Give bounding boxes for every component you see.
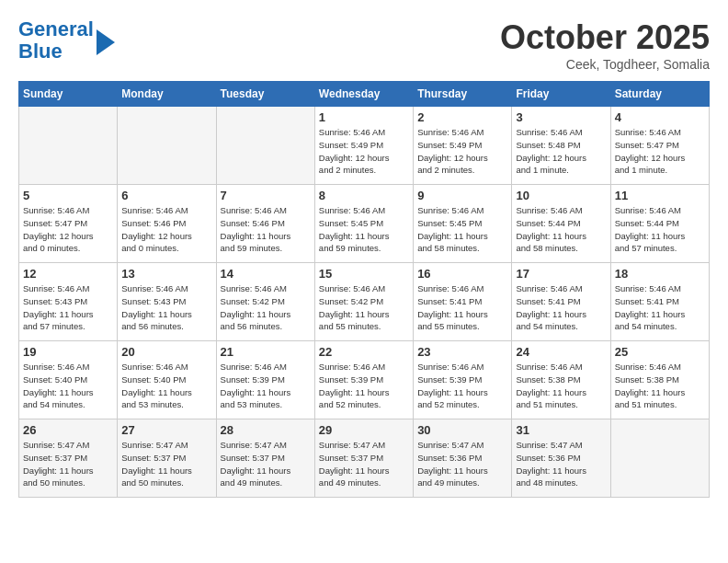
day-number: 26	[23, 423, 113, 437]
day-number: 19	[23, 345, 113, 359]
day-number: 27	[121, 423, 211, 437]
day-number: 8	[319, 189, 409, 202]
day-number: 4	[615, 110, 705, 124]
day-number: 28	[221, 423, 311, 437]
calendar-day-cell: 29Sunrise: 5:47 AMSunset: 5:37 PMDayligh…	[314, 419, 413, 498]
day-number: 2	[417, 110, 507, 124]
logo-blue: Blue	[18, 40, 94, 63]
day-number: 10	[516, 189, 606, 202]
logo-general: General	[18, 17, 94, 40]
day-info: Sunrise: 5:46 AMSunset: 5:47 PMDaylight:…	[615, 126, 705, 177]
calendar-day-cell: 20Sunrise: 5:46 AMSunset: 5:40 PMDayligh…	[118, 341, 216, 419]
day-number: 25	[615, 345, 705, 359]
day-number: 3	[516, 110, 606, 124]
calendar-day-cell: 6Sunrise: 5:46 AMSunset: 5:46 PMDaylight…	[118, 185, 216, 263]
day-number: 31	[516, 423, 606, 437]
day-number: 14	[221, 267, 311, 281]
calendar-day-cell: 26Sunrise: 5:47 AMSunset: 5:37 PMDayligh…	[19, 419, 118, 498]
day-number: 18	[615, 267, 705, 281]
page-header: General Blue October 2025 Ceek, Togdheer…	[18, 18, 710, 72]
day-info: Sunrise: 5:46 AMSunset: 5:43 PMDaylight:…	[121, 282, 211, 333]
day-info: Sunrise: 5:46 AMSunset: 5:38 PMDaylight:…	[615, 361, 705, 411]
weekday-header: Monday	[118, 82, 216, 107]
day-number: 17	[516, 267, 606, 281]
day-number: 6	[121, 189, 211, 202]
day-info: Sunrise: 5:46 AMSunset: 5:44 PMDaylight:…	[615, 204, 705, 255]
day-number: 11	[615, 189, 705, 202]
day-info: Sunrise: 5:46 AMSunset: 5:41 PMDaylight:…	[516, 282, 606, 333]
calendar-day-cell	[118, 107, 216, 185]
calendar-week-row: 5Sunrise: 5:46 AMSunset: 5:47 PMDaylight…	[19, 185, 710, 263]
day-number: 9	[417, 189, 507, 202]
day-info: Sunrise: 5:46 AMSunset: 5:40 PMDaylight:…	[23, 361, 113, 411]
calendar-day-cell: 1Sunrise: 5:46 AMSunset: 5:49 PMDaylight…	[314, 107, 413, 185]
day-info: Sunrise: 5:47 AMSunset: 5:37 PMDaylight:…	[121, 439, 211, 489]
calendar-day-cell: 16Sunrise: 5:46 AMSunset: 5:41 PMDayligh…	[414, 263, 512, 341]
calendar-day-cell: 18Sunrise: 5:46 AMSunset: 5:41 PMDayligh…	[610, 263, 709, 341]
day-number: 12	[23, 267, 113, 281]
calendar-day-cell: 17Sunrise: 5:46 AMSunset: 5:41 PMDayligh…	[512, 263, 610, 341]
day-number: 13	[121, 267, 211, 281]
calendar-week-row: 1Sunrise: 5:46 AMSunset: 5:49 PMDaylight…	[19, 107, 710, 185]
calendar-day-cell: 3Sunrise: 5:46 AMSunset: 5:48 PMDaylight…	[512, 107, 610, 185]
calendar-week-row: 12Sunrise: 5:46 AMSunset: 5:43 PMDayligh…	[19, 263, 710, 341]
day-number: 16	[417, 267, 507, 281]
day-number: 7	[221, 189, 311, 202]
logo: General Blue	[18, 18, 115, 63]
day-info: Sunrise: 5:46 AMSunset: 5:42 PMDaylight:…	[319, 282, 409, 333]
day-info: Sunrise: 5:46 AMSunset: 5:46 PMDaylight:…	[121, 204, 211, 255]
day-info: Sunrise: 5:46 AMSunset: 5:46 PMDaylight:…	[221, 204, 311, 255]
weekday-header: Wednesday	[314, 82, 413, 107]
day-info: Sunrise: 5:47 AMSunset: 5:37 PMDaylight:…	[319, 439, 409, 489]
weekday-header: Friday	[512, 82, 610, 107]
day-info: Sunrise: 5:46 AMSunset: 5:47 PMDaylight:…	[23, 204, 113, 255]
calendar-day-cell: 23Sunrise: 5:46 AMSunset: 5:39 PMDayligh…	[414, 341, 512, 419]
day-info: Sunrise: 5:47 AMSunset: 5:36 PMDaylight:…	[516, 439, 606, 489]
weekday-header: Thursday	[414, 82, 512, 107]
calendar-day-cell: 14Sunrise: 5:46 AMSunset: 5:42 PMDayligh…	[216, 263, 314, 341]
day-info: Sunrise: 5:46 AMSunset: 5:44 PMDaylight:…	[516, 204, 606, 255]
calendar-day-cell: 11Sunrise: 5:46 AMSunset: 5:44 PMDayligh…	[610, 185, 709, 263]
calendar-day-cell: 12Sunrise: 5:46 AMSunset: 5:43 PMDayligh…	[19, 263, 118, 341]
day-info: Sunrise: 5:46 AMSunset: 5:43 PMDaylight:…	[23, 282, 113, 333]
day-info: Sunrise: 5:46 AMSunset: 5:49 PMDaylight:…	[417, 126, 507, 177]
calendar-day-cell: 31Sunrise: 5:47 AMSunset: 5:36 PMDayligh…	[512, 419, 610, 498]
calendar-body: 1Sunrise: 5:46 AMSunset: 5:49 PMDaylight…	[19, 107, 710, 498]
day-number: 1	[319, 110, 409, 124]
month-title: October 2025	[500, 18, 710, 57]
day-number: 21	[221, 345, 311, 359]
day-number: 5	[23, 189, 113, 202]
location: Ceek, Togdheer, Somalia	[500, 57, 710, 72]
calendar-day-cell: 13Sunrise: 5:46 AMSunset: 5:43 PMDayligh…	[118, 263, 216, 341]
calendar-day-cell: 10Sunrise: 5:46 AMSunset: 5:44 PMDayligh…	[512, 185, 610, 263]
day-info: Sunrise: 5:47 AMSunset: 5:36 PMDaylight:…	[417, 439, 507, 489]
weekday-header: Saturday	[610, 82, 709, 107]
day-info: Sunrise: 5:46 AMSunset: 5:39 PMDaylight:…	[221, 361, 311, 411]
day-info: Sunrise: 5:46 AMSunset: 5:45 PMDaylight:…	[417, 204, 507, 255]
calendar-day-cell	[19, 107, 118, 185]
calendar-table: SundayMondayTuesdayWednesdayThursdayFrid…	[18, 81, 710, 498]
day-info: Sunrise: 5:47 AMSunset: 5:37 PMDaylight:…	[23, 439, 113, 489]
calendar-day-cell: 9Sunrise: 5:46 AMSunset: 5:45 PMDaylight…	[414, 185, 512, 263]
calendar-day-cell: 4Sunrise: 5:46 AMSunset: 5:47 PMDaylight…	[610, 107, 709, 185]
day-info: Sunrise: 5:46 AMSunset: 5:48 PMDaylight:…	[516, 126, 606, 177]
day-number: 15	[319, 267, 409, 281]
day-info: Sunrise: 5:46 AMSunset: 5:39 PMDaylight:…	[319, 361, 409, 411]
calendar-day-cell: 27Sunrise: 5:47 AMSunset: 5:37 PMDayligh…	[118, 419, 216, 498]
weekday-header: Tuesday	[216, 82, 314, 107]
calendar-day-cell: 19Sunrise: 5:46 AMSunset: 5:40 PMDayligh…	[19, 341, 118, 419]
day-info: Sunrise: 5:46 AMSunset: 5:39 PMDaylight:…	[417, 361, 507, 411]
calendar-header-row: SundayMondayTuesdayWednesdayThursdayFrid…	[19, 82, 710, 107]
calendar-day-cell: 8Sunrise: 5:46 AMSunset: 5:45 PMDaylight…	[314, 185, 413, 263]
calendar-day-cell: 30Sunrise: 5:47 AMSunset: 5:36 PMDayligh…	[414, 419, 512, 498]
calendar-day-cell	[610, 419, 709, 498]
calendar-day-cell: 7Sunrise: 5:46 AMSunset: 5:46 PMDaylight…	[216, 185, 314, 263]
calendar-day-cell: 21Sunrise: 5:46 AMSunset: 5:39 PMDayligh…	[216, 341, 314, 419]
calendar-week-row: 19Sunrise: 5:46 AMSunset: 5:40 PMDayligh…	[19, 341, 710, 419]
day-number: 30	[417, 423, 507, 437]
day-number: 22	[319, 345, 409, 359]
calendar-day-cell: 24Sunrise: 5:46 AMSunset: 5:38 PMDayligh…	[512, 341, 610, 419]
calendar-day-cell: 5Sunrise: 5:46 AMSunset: 5:47 PMDaylight…	[19, 185, 118, 263]
calendar-day-cell: 25Sunrise: 5:46 AMSunset: 5:38 PMDayligh…	[610, 341, 709, 419]
logo-arrow-icon	[97, 29, 115, 55]
